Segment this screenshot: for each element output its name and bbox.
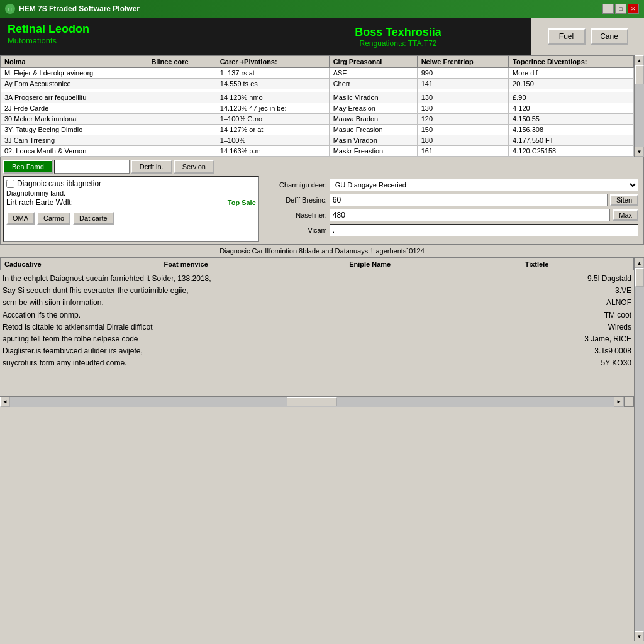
dat-carte-button[interactable]: Dat carte (73, 212, 114, 225)
siten-button[interactable]: Siten (610, 194, 638, 206)
fuel-button[interactable]: Fuel (548, 28, 586, 45)
h-scroll-thumb[interactable] (287, 397, 337, 406)
scroll-left-button[interactable]: ◄ (0, 397, 10, 407)
field1-select[interactable]: GU Diangaye Receried (330, 179, 638, 191)
header-left: Retinal Leodon Mutomationts (0, 18, 265, 55)
table-cell: 161 (417, 146, 508, 157)
log-line-text: Diaglister.is teambivced aulider irs avi… (3, 345, 556, 357)
table-cell: Maava Bradon (329, 114, 417, 125)
log-line-value: 5Y KO30 (556, 357, 631, 369)
log-line-value: TM coot (556, 309, 631, 321)
log-col-eniple: Eniple Name (345, 258, 521, 270)
window-controls: ─ □ ✕ (602, 4, 639, 14)
log-line-value: 3 Jame, RICE (556, 333, 631, 345)
diag-checkbox[interactable] (6, 180, 14, 188)
table-cell: 1–100% (216, 135, 329, 146)
table-cell: 3A Progsero arr fequoeliitu (1, 92, 147, 103)
log-line: In the eehplct Daiagnost sueain farnieht… (3, 273, 631, 285)
tab-servion[interactable]: Servion (174, 160, 214, 174)
middle-right-panel: Charmigu deer: GU Diangaye Receried Deff… (262, 176, 641, 242)
main-title: Retinal Leodon (8, 23, 258, 36)
table-row: 2J Frde Carde14.123% 47 jec in be:May Er… (1, 103, 634, 114)
tabs-row: Bea Famd Dcrft in. Servion (1, 157, 643, 174)
log-col-foat: Foat menvice (160, 258, 345, 270)
lit-label: Lirt rach Earte Wdlt: (6, 198, 73, 207)
tab-dcrft[interactable]: Dcrft in. (131, 160, 172, 174)
title-bar: H HEM 7S Ftraded Software Plolwer ─ □ ✕ (0, 0, 644, 18)
status-bar: Diagnosic Car IIfomintion 8blade and Dat… (0, 245, 644, 258)
registration-info: Renguationts: TTA.T72 (360, 39, 437, 48)
bottom-scroll-thumb[interactable] (635, 268, 644, 287)
horizontal-scrollbar[interactable]: ◄ ► (0, 396, 634, 406)
table-cell (147, 135, 216, 146)
bottom-wrapper: Caducative Foat menvice Eniple Name Tixt… (0, 258, 644, 641)
carmo-button[interactable]: Carmo (37, 212, 70, 225)
table-cell: 02. Looca Manth & Vernon (1, 146, 147, 157)
log-line-text: In the eehplct Daiagnost sueain farnieht… (3, 273, 556, 285)
bottom-scroll-down[interactable]: ▼ (635, 631, 644, 641)
app-icon: H (5, 4, 15, 14)
field2-input[interactable] (330, 194, 608, 206)
log-line-value: 9.5l Dagstald (556, 273, 631, 285)
minimize-button[interactable]: ─ (602, 4, 614, 14)
table-cell: 1–137 rs at (216, 68, 329, 79)
table-cell (147, 146, 216, 157)
scroll-up-button[interactable]: ▲ (635, 55, 644, 65)
field4-label: Vicam (264, 226, 327, 234)
tab-input[interactable] (54, 160, 130, 174)
col-nolma: Nolma (1, 56, 147, 68)
log-line: Say Si seouch dunt fhis everaoter the cu… (3, 285, 631, 297)
middle-panel: Bea Famd Dcrft in. Servion Diagnoic caus… (0, 157, 644, 245)
close-button[interactable]: ✕ (628, 4, 639, 14)
log-line-value: 3.Ts9 0008 (556, 345, 631, 357)
field3-label: Naseliner: (264, 211, 327, 219)
log-line-text: suycroturs form amy inteudted come. (3, 357, 556, 369)
max-button[interactable]: Max (613, 209, 638, 221)
middle-left-panel: Diagnoic caus iblagnetior Diagnotominy l… (3, 176, 259, 242)
table-cell: 1–100% G.no (216, 114, 329, 125)
table-cell: 20.150 (509, 79, 634, 89)
log-line: suycroturs form amy inteudted come.5Y KO… (3, 357, 631, 369)
scroll-corner (624, 397, 634, 407)
diag-check-row: Diagnoic caus iblagnetior (6, 179, 256, 188)
bottom-scroll-up[interactable]: ▲ (635, 258, 644, 268)
table-cell: 4 120 (509, 103, 634, 114)
log-content-area: In the eehplct Daiagnost sueain farnieht… (0, 270, 634, 396)
oma-button[interactable]: OMA (6, 212, 35, 225)
form-row-1: Charmigu deer: GU Diangaye Receried (264, 179, 638, 191)
field4-input[interactable] (330, 224, 638, 236)
col-blince: Blince core (147, 56, 216, 68)
scroll-right-button[interactable]: ► (614, 397, 624, 407)
header-right: Fuel Cane (531, 18, 644, 55)
table-cell: 180 (417, 135, 508, 146)
boss-title: Boss Texhrosiia (355, 26, 441, 39)
diag-label: Diagnoic caus iblagnetior (17, 179, 101, 188)
cane-button[interactable]: Cane (591, 28, 628, 45)
reg-label: Renguationts: (360, 39, 406, 48)
form-row-3: Naseliner: Max (264, 209, 638, 221)
col-carer: Carer +Plvations: (216, 56, 329, 68)
tab-bea-famd[interactable]: Bea Famd (3, 160, 53, 174)
table-cell: 14 127% or at (216, 125, 329, 135)
scroll-down-button[interactable]: ▼ (635, 147, 644, 157)
col-cirg: Cirg Preasonal (329, 56, 417, 68)
field3-input[interactable] (330, 209, 610, 221)
log-line-text: Acccation ifs the onmp. (3, 309, 556, 321)
table-cell: May Ereasion (329, 103, 417, 114)
middle-buttons-row: OMA Carmo Dat carte (6, 212, 256, 225)
maximize-button[interactable]: □ (615, 4, 626, 14)
field2-label: Defff Bresinc: (264, 196, 327, 204)
bottom-main: Caducative Foat menvice Eniple Name Tixt… (0, 258, 634, 641)
bottom-scrollbar[interactable]: ▲ ▼ (634, 258, 644, 641)
table-cell: Masue Freasion (329, 125, 417, 135)
table-cell: Masin Viradon (329, 135, 417, 146)
table-cell: £.90 (509, 92, 634, 103)
table-row: 02. Looca Manth & Vernon14 163% p.mMaskr… (1, 146, 634, 157)
table-scrollbar[interactable]: ▲ ▼ (634, 55, 644, 157)
log-line-text: scrn be with siion iinformation. (3, 297, 556, 309)
log-line: aputling fell teom the rolbe r.elpese co… (3, 333, 631, 345)
table-cell: 141 (417, 79, 508, 89)
top-sale-label: Top Sale (228, 199, 256, 206)
scroll-thumb[interactable] (635, 65, 644, 84)
log-table: Caducative Foat menvice Eniple Name Tixt… (0, 258, 634, 270)
